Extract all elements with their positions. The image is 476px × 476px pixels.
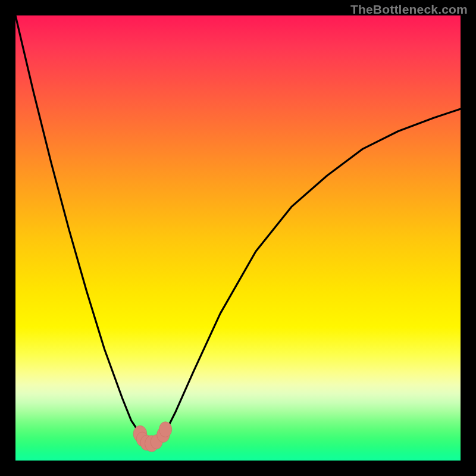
plot-area <box>15 15 461 461</box>
chart-frame: TheBottleneck.com <box>0 0 476 476</box>
watermark-text: TheBottleneck.com <box>350 2 468 17</box>
data-marker <box>159 422 171 437</box>
bottleneck-curve <box>15 15 461 443</box>
curve-layer <box>15 15 461 461</box>
